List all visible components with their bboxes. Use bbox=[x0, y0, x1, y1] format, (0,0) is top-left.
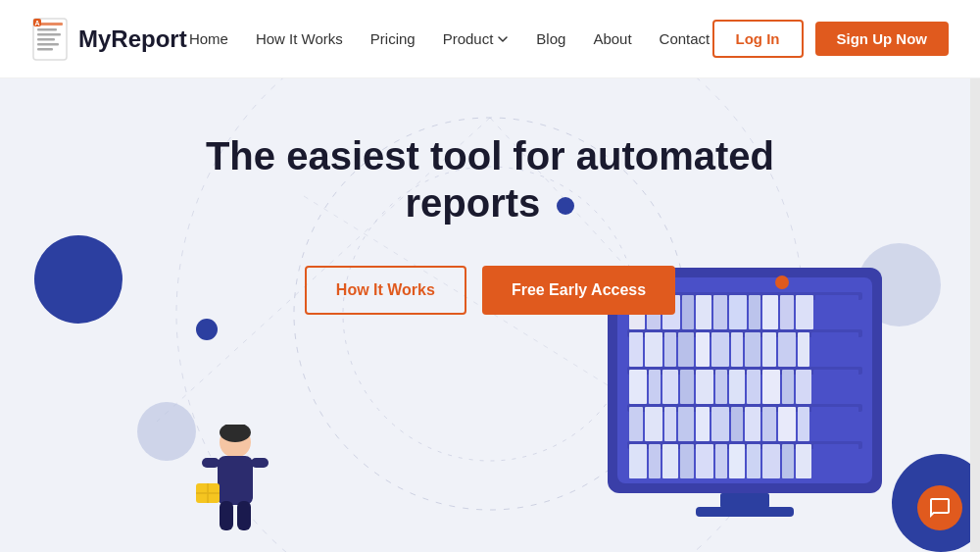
nav-product[interactable]: Product bbox=[443, 30, 510, 47]
svg-rect-76 bbox=[729, 444, 745, 478]
login-button[interactable]: Log In bbox=[712, 20, 804, 58]
nav-home[interactable]: Home bbox=[189, 30, 228, 47]
svg-rect-78 bbox=[762, 444, 780, 478]
brand-name: MyReport bbox=[78, 25, 187, 53]
svg-rect-61 bbox=[696, 407, 710, 441]
svg-rect-37 bbox=[731, 332, 743, 367]
hero-section: The easiest tool for automated reports H… bbox=[0, 78, 980, 552]
svg-rect-3 bbox=[37, 33, 61, 36]
svg-rect-39 bbox=[762, 332, 776, 367]
svg-rect-81 bbox=[813, 444, 858, 478]
svg-rect-31 bbox=[629, 332, 643, 367]
svg-rect-73 bbox=[680, 444, 694, 478]
svg-rect-91 bbox=[237, 501, 251, 530]
svg-rect-57 bbox=[629, 407, 643, 441]
svg-rect-36 bbox=[711, 332, 729, 367]
person-svg bbox=[196, 425, 274, 552]
hero-title: The easiest tool for automated reports bbox=[147, 132, 833, 226]
svg-rect-80 bbox=[796, 444, 811, 478]
svg-rect-49 bbox=[715, 370, 727, 404]
svg-rect-34 bbox=[678, 332, 694, 367]
svg-rect-6 bbox=[37, 48, 53, 51]
scrollbar-track bbox=[970, 0, 980, 552]
svg-rect-2 bbox=[37, 28, 57, 31]
svg-rect-87 bbox=[218, 456, 253, 505]
nav-pricing[interactable]: Pricing bbox=[370, 30, 416, 47]
svg-rect-22 bbox=[696, 295, 711, 329]
svg-rect-50 bbox=[729, 370, 745, 404]
svg-rect-51 bbox=[747, 370, 760, 404]
svg-rect-41 bbox=[798, 332, 809, 367]
svg-rect-38 bbox=[745, 332, 760, 367]
svg-rect-28 bbox=[796, 295, 813, 329]
svg-rect-72 bbox=[662, 444, 678, 478]
person-illustration bbox=[196, 425, 274, 552]
svg-rect-35 bbox=[696, 332, 710, 367]
svg-rect-67 bbox=[798, 407, 809, 441]
logo-icon: A bbox=[31, 18, 69, 61]
svg-rect-24 bbox=[729, 295, 747, 329]
svg-rect-48 bbox=[696, 370, 713, 404]
svg-rect-25 bbox=[749, 295, 760, 329]
nav-actions: Log In Sign Up Now bbox=[712, 20, 950, 58]
svg-rect-54 bbox=[796, 370, 811, 404]
svg-rect-88 bbox=[202, 458, 220, 468]
svg-rect-45 bbox=[649, 370, 661, 404]
svg-rect-42 bbox=[811, 332, 858, 367]
svg-rect-55 bbox=[813, 370, 858, 404]
svg-rect-5 bbox=[37, 43, 59, 46]
svg-rect-65 bbox=[762, 407, 776, 441]
svg-rect-40 bbox=[778, 332, 796, 367]
navbar: A MyReport Home How It Works Pricing Pro… bbox=[0, 0, 980, 78]
nav-contact[interactable]: Contact bbox=[660, 30, 710, 47]
svg-rect-44 bbox=[629, 370, 647, 404]
nav-about[interactable]: About bbox=[593, 30, 631, 47]
svg-rect-71 bbox=[649, 444, 661, 478]
deco-circle-light-1 bbox=[137, 402, 196, 461]
svg-rect-23 bbox=[713, 295, 727, 329]
svg-rect-82 bbox=[720, 493, 769, 508]
chevron-down-icon bbox=[497, 33, 509, 45]
svg-rect-4 bbox=[37, 38, 55, 41]
logo[interactable]: A MyReport bbox=[31, 18, 187, 61]
svg-rect-79 bbox=[782, 444, 794, 478]
svg-rect-53 bbox=[782, 370, 794, 404]
signup-button[interactable]: Sign Up Now bbox=[815, 22, 950, 56]
svg-rect-83 bbox=[696, 507, 794, 517]
chat-bubble[interactable] bbox=[917, 485, 962, 530]
hero-title-dot bbox=[557, 197, 574, 215]
svg-point-84 bbox=[775, 276, 789, 289]
svg-rect-27 bbox=[780, 295, 794, 329]
svg-rect-58 bbox=[645, 407, 662, 441]
svg-rect-70 bbox=[629, 444, 647, 478]
svg-rect-68 bbox=[811, 407, 858, 441]
svg-rect-32 bbox=[645, 332, 662, 367]
svg-rect-63 bbox=[731, 407, 743, 441]
svg-rect-47 bbox=[680, 370, 694, 404]
svg-rect-90 bbox=[220, 501, 233, 530]
svg-rect-21 bbox=[682, 295, 694, 329]
svg-rect-33 bbox=[664, 332, 676, 367]
nav-links: Home How It Works Pricing Product Blog A… bbox=[189, 30, 710, 48]
svg-rect-60 bbox=[678, 407, 694, 441]
svg-rect-89 bbox=[251, 458, 269, 468]
svg-rect-29 bbox=[815, 295, 858, 329]
how-it-works-button[interactable]: How It Works bbox=[305, 266, 466, 315]
svg-rect-74 bbox=[696, 444, 713, 478]
deco-circle-blue-large bbox=[34, 235, 122, 324]
deco-circle-blue-small bbox=[196, 319, 218, 340]
hero-buttons: How It Works Free Early Access bbox=[305, 266, 675, 315]
svg-rect-66 bbox=[778, 407, 796, 441]
svg-rect-52 bbox=[762, 370, 780, 404]
svg-rect-46 bbox=[662, 370, 678, 404]
svg-rect-62 bbox=[711, 407, 729, 441]
nav-blog[interactable]: Blog bbox=[536, 30, 565, 47]
svg-rect-75 bbox=[715, 444, 727, 478]
svg-text:A: A bbox=[35, 20, 40, 26]
svg-rect-59 bbox=[664, 407, 676, 441]
svg-rect-77 bbox=[747, 444, 760, 478]
nav-how-it-works[interactable]: How It Works bbox=[256, 30, 343, 47]
free-early-access-button[interactable]: Free Early Access bbox=[482, 266, 675, 315]
hero-title-text: The easiest tool for automated reports bbox=[206, 134, 774, 225]
chat-icon bbox=[928, 496, 952, 520]
